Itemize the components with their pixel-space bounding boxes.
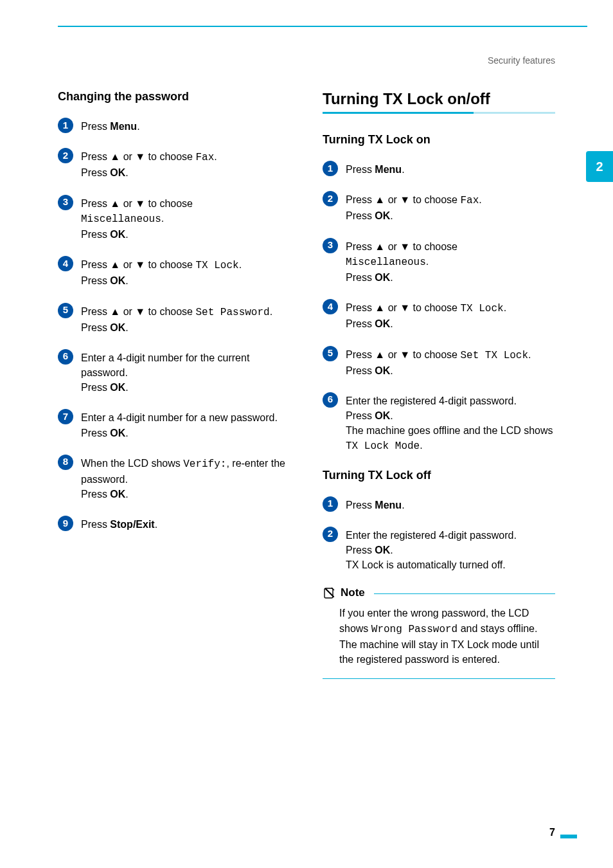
lcd-text: TX Lock — [195, 260, 238, 271]
step-text: Press ▲ or ▼ to choose Set Password.Pres… — [81, 303, 272, 335]
step-badge: 1 — [323, 161, 338, 176]
step-badge: 3 — [323, 238, 338, 253]
change-pw-step-6: 6Enter a 4-digit number for the current … — [58, 349, 290, 395]
step-badge: 5 — [323, 346, 338, 361]
step-badge: 5 — [58, 303, 73, 318]
step-badge: 2 — [323, 527, 338, 542]
key-name: OK — [110, 382, 125, 393]
down-arrow-icon: ▼ — [135, 306, 145, 317]
step-number: 6 — [328, 393, 333, 404]
note-icon — [323, 586, 335, 599]
step-badge: 4 — [58, 256, 73, 271]
step-number: 1 — [328, 163, 333, 174]
step-text: Press ▲ or ▼ to choose TX Lock.Press OK. — [81, 256, 242, 288]
step-number: 1 — [328, 498, 333, 509]
key-name: Menu — [375, 164, 402, 175]
up-arrow-icon: ▲ — [110, 198, 120, 209]
step-number: 4 — [63, 258, 68, 269]
lcd-text: Fax — [195, 152, 214, 163]
key-name: OK — [375, 410, 390, 421]
lcd-text: Fax — [460, 195, 479, 206]
step-text: When the LCD shows Verify:, re-enter the… — [81, 455, 290, 502]
up-arrow-icon: ▲ — [375, 194, 385, 205]
lcd-text: TX Lock Mode — [346, 440, 420, 452]
step-number: 2 — [63, 150, 68, 161]
step-text: Press Stop/Exit. — [81, 516, 157, 532]
step-text: Press ▲ or ▼ to choose TX Lock.Press OK. — [346, 299, 506, 331]
step-number: 7 — [63, 411, 68, 422]
down-arrow-icon: ▼ — [400, 241, 410, 252]
step-number: 4 — [328, 301, 333, 312]
breadcrumb: Security features — [488, 55, 555, 66]
note-rule-end — [323, 678, 555, 679]
note-rule — [374, 593, 555, 594]
change-pw-step-5: 5Press ▲ or ▼ to choose Set Password.Pre… — [58, 303, 290, 335]
key-name: OK — [375, 210, 390, 221]
step-text: Enter a 4-digit number for the current p… — [81, 349, 290, 395]
step-text: Press ▲ or ▼ to choose Fax.Press OK. — [81, 148, 217, 180]
lock-on-step-1: 1Press Menu. — [323, 161, 555, 177]
lock-on-step-4: 4Press ▲ or ▼ to choose TX Lock.Press OK… — [323, 299, 555, 331]
step-number: 5 — [63, 304, 68, 315]
step-text: Press Menu. — [346, 161, 405, 177]
key-name: OK — [110, 428, 125, 439]
down-arrow-icon: ▼ — [400, 302, 410, 313]
lcd-text: Verify: — [183, 458, 226, 470]
step-number: 2 — [328, 528, 333, 539]
step-number: 5 — [328, 347, 333, 358]
up-arrow-icon: ▲ — [375, 349, 385, 360]
step-number: 6 — [63, 350, 68, 361]
step-number: 8 — [63, 456, 68, 467]
step-number: 1 — [63, 120, 68, 131]
change-pw-step-4: 4Press ▲ or ▼ to choose TX Lock.Press OK… — [58, 256, 290, 288]
step-text: Enter a 4-digit number for a new passwor… — [81, 409, 278, 440]
key-name: OK — [375, 365, 390, 376]
left-column: Changing the password 1Press Menu.2Press… — [58, 90, 290, 679]
note-title: Note — [341, 586, 365, 599]
key-name: OK — [110, 322, 125, 333]
key-name: OK — [375, 545, 390, 556]
change-pw-step-7: 7Enter a 4-digit number for a new passwo… — [58, 409, 290, 440]
step-number: 3 — [63, 196, 68, 207]
step-badge: 2 — [323, 191, 338, 206]
step-text: Press ▲ or ▼ to choose Set TX Lock.Press… — [346, 346, 531, 378]
step-badge: 6 — [58, 349, 73, 365]
lcd-text: Wrong Password — [371, 624, 458, 635]
step-badge: 1 — [58, 118, 73, 133]
step-badge: 7 — [58, 409, 73, 424]
key-name: OK — [110, 167, 125, 178]
down-arrow-icon: ▼ — [135, 151, 145, 162]
note-block: Note If you enter the wrong password, th… — [323, 586, 555, 679]
lock-on-step-6: 6Enter the registered 4-digit password.P… — [323, 392, 555, 455]
key-name: OK — [375, 318, 390, 329]
change-pw-step-3: 3Press ▲ or ▼ to choose Miscellaneous.Pr… — [58, 195, 290, 242]
key-name: Stop/Exit — [110, 519, 154, 530]
page-number: 7 — [549, 827, 555, 838]
step-text: Press Menu. — [346, 496, 405, 512]
down-arrow-icon: ▼ — [135, 259, 145, 270]
lock-on-step-2: 2Press ▲ or ▼ to choose Fax.Press OK. — [323, 191, 555, 223]
lock-off-step-2: 2Enter the registered 4-digit password.P… — [323, 527, 555, 573]
step-badge: 8 — [58, 455, 73, 470]
step-number: 9 — [63, 518, 68, 529]
step-badge: 2 — [58, 148, 73, 163]
key-name: OK — [110, 275, 125, 286]
changing-password-heading: Changing the password — [58, 90, 290, 104]
tx-lock-title: Turning TX Lock on/off — [323, 90, 555, 108]
page-number-bar — [560, 835, 577, 838]
key-name: OK — [110, 489, 125, 500]
change-pw-step-2: 2Press ▲ or ▼ to choose Fax.Press OK. — [58, 148, 290, 180]
step-text: Press ▲ or ▼ to choose Miscellaneous.Pre… — [81, 195, 193, 242]
lcd-text: Set Password — [195, 307, 269, 318]
step-text: Press Menu. — [81, 118, 140, 134]
down-arrow-icon: ▼ — [400, 349, 410, 360]
tx-lock-off-heading: Turning TX Lock off — [323, 469, 555, 482]
down-arrow-icon: ▼ — [400, 194, 410, 205]
lcd-text: TX Lock — [460, 303, 503, 314]
step-badge: 4 — [323, 299, 338, 314]
section-underline — [323, 112, 555, 114]
lock-off-step-1: 1Press Menu. — [323, 496, 555, 512]
chapter-tab: 2 — [586, 151, 613, 182]
step-text: Press ▲ or ▼ to choose Fax.Press OK. — [346, 191, 482, 223]
step-badge: 9 — [58, 516, 73, 531]
